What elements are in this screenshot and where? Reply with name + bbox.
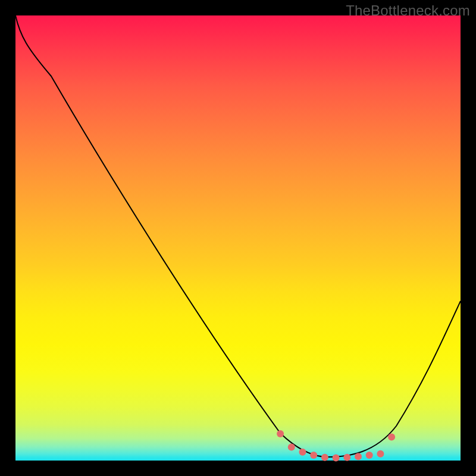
curve-marker: [321, 454, 328, 461]
curve-marker: [299, 449, 306, 456]
curve-marker: [333, 455, 340, 462]
curve-marker: [343, 454, 350, 461]
curve-marker: [366, 452, 373, 459]
curve-marker: [377, 450, 384, 458]
watermark-text: TheBottleneck.com: [346, 2, 470, 19]
chart-svg: [15, 15, 461, 461]
bottleneck-curve: [15, 15, 461, 457]
curve-marker: [355, 453, 362, 460]
curve-marker: [288, 444, 295, 451]
marker-group: [277, 430, 395, 461]
curve-marker: [277, 430, 284, 437]
curve-marker: [310, 452, 317, 459]
curve-marker: [388, 433, 395, 440]
chart-container: TheBottleneck.com: [0, 0, 476, 476]
